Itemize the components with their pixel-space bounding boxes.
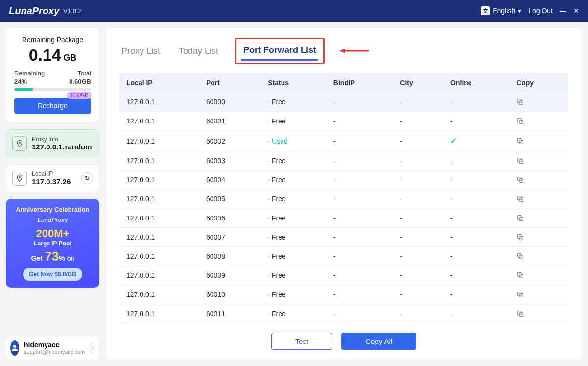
price-tag: $0.8/GB [67,92,91,99]
table-row[interactable]: 127.0.0.160003· Free--- [119,151,568,171]
cell-city: - [393,93,444,112]
copy-icon[interactable] [517,195,561,203]
copy-icon[interactable] [517,233,561,241]
chevron-down-icon: ▾ [518,7,521,15]
copy-icon[interactable] [517,137,561,145]
col-city: City [393,73,444,93]
col-port: Port [199,73,261,93]
cell-online: - [444,93,510,112]
table-row[interactable]: 127.0.0.160006· Free--- [119,209,568,228]
tab-port-forward-list[interactable]: Port Forward List [241,41,318,61]
copy-all-button[interactable]: Copy All [341,333,416,350]
table-row[interactable]: 127.0.0.160012· Free--- [119,323,568,326]
copy-icon[interactable] [517,214,561,222]
tab-proxy-list[interactable]: Proxy List [119,42,162,60]
table-row[interactable]: 127.0.0.160007· Free--- [119,228,568,247]
cell-online: - [444,209,510,228]
proxy-info-label: Proxy Info [32,136,92,143]
copy-icon[interactable] [517,252,561,260]
promo-cta-button[interactable]: Get Now $0.8/GB [23,268,82,281]
local-ip-value: 117.0.37.26 [32,177,71,186]
table-row[interactable]: 127.0.0.160010· Free--- [119,285,568,304]
cell-online: - [444,247,510,266]
cell-city: - [393,323,444,326]
user-card[interactable]: hidemyacc support@hidemyacc.com › [6,336,99,360]
cell-status: · Free [261,93,327,112]
local-ip-card: Local IP 117.0.37.26 ↻ [6,164,99,192]
cell-local-ip: 127.0.0.1 [119,151,199,171]
cell-copy [510,285,568,304]
refresh-icon[interactable]: ↻ [81,172,93,184]
check-icon: ✓ [450,137,457,145]
table-row[interactable]: 127.0.0.160004· Free--- [119,171,568,190]
avatar [10,340,19,356]
cell-bind-ip: - [327,266,393,285]
cell-bind-ip: - [327,93,393,112]
copy-icon[interactable] [517,117,561,125]
recharge-button[interactable]: $0.8/GB Recharge [14,98,91,114]
copy-icon[interactable] [517,157,561,165]
cell-bind-ip: - [327,209,393,228]
cell-bind-ip: - [327,131,393,151]
cell-city: - [393,171,444,190]
cell-port: 60004 [199,171,261,190]
cell-status: · Free [261,209,327,228]
cell-local-ip: 127.0.0.1 [119,93,199,112]
copy-icon[interactable] [517,98,561,106]
chevron-right-icon[interactable]: › [90,343,95,353]
minimize-icon[interactable]: — [560,7,566,15]
cell-port: 60007 [199,228,261,247]
cell-city: - [393,151,444,171]
cell-copy [510,112,568,131]
copy-icon[interactable] [517,176,561,184]
cell-status: · Free [261,323,327,326]
logout-button[interactable]: Log Out [528,7,553,15]
cell-local-ip: 127.0.0.1 [119,266,199,285]
cell-online: - [444,190,510,209]
promo-sub: Large IP Pool [10,240,95,247]
table-row[interactable]: 127.0.0.160005· Free--- [119,190,568,209]
cell-port: 60002 [199,131,261,151]
svg-point-1 [19,176,21,178]
package-title: Remaining Package [14,36,91,44]
cell-port: 60012 [199,323,261,326]
annotation-arrow-icon [339,47,369,55]
package-unit: GB [63,53,76,63]
user-name: hidemyacc [24,341,85,349]
promo-get: Get [31,254,42,262]
annotation-highlight-box: Port Forward List [235,38,325,64]
table-row[interactable]: 127.0.0.160000· Free--- [119,93,568,112]
promo-title: Anniversary Celebration [10,206,95,213]
language-selector[interactable]: 文 English ▾ [481,6,521,15]
copy-icon[interactable] [517,271,561,279]
cell-bind-ip: - [327,304,393,323]
app-header: LunaProxy V1.0.2 文 English ▾ Log Out — ✕ [0,0,588,22]
tab-today-list[interactable]: Today List [177,42,220,60]
table-row[interactable]: 127.0.0.160009· Free--- [119,266,568,285]
svg-point-0 [19,142,21,143]
table-row[interactable]: 127.0.0.160002· Used--✓ [119,131,568,151]
copy-icon[interactable] [517,310,561,317]
cell-city: - [393,247,444,266]
cell-copy [510,209,568,228]
test-button[interactable]: Test [271,333,333,350]
cell-copy [510,228,568,247]
cell-copy [510,323,568,326]
promo-percent: 73 [45,249,59,264]
sidebar: Remaining Package 0.14 GB Remaining Tota… [0,22,105,366]
close-icon[interactable]: ✕ [573,7,579,15]
location-icon [12,171,27,186]
table-row[interactable]: 127.0.0.160008· Free--- [119,247,568,266]
table-row[interactable]: 127.0.0.160001· Free--- [119,112,568,131]
cell-city: - [393,131,444,151]
table-row[interactable]: 127.0.0.160011· Free--- [119,304,568,323]
total-label: Total [78,70,91,77]
cell-online: - [444,304,510,323]
cell-status: · Free [261,266,327,285]
cell-local-ip: 127.0.0.1 [119,131,199,151]
copy-icon[interactable] [517,291,561,298]
cell-port: 60010 [199,285,261,304]
main-panel: Proxy List Today List Port Forward List … [105,27,582,360]
col-local-ip: Local IP [119,73,199,93]
svg-marker-4 [339,49,345,53]
